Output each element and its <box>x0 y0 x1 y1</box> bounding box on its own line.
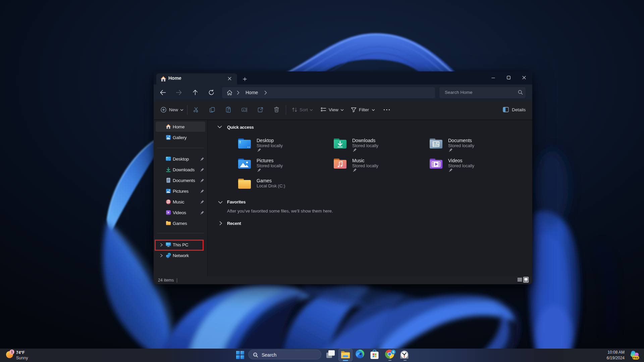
svg-text:PRE: PRE <box>633 356 639 359</box>
svg-text:1: 1 <box>11 350 13 354</box>
svg-text:A: A <box>243 109 245 112</box>
svg-text:S: S <box>392 350 394 354</box>
